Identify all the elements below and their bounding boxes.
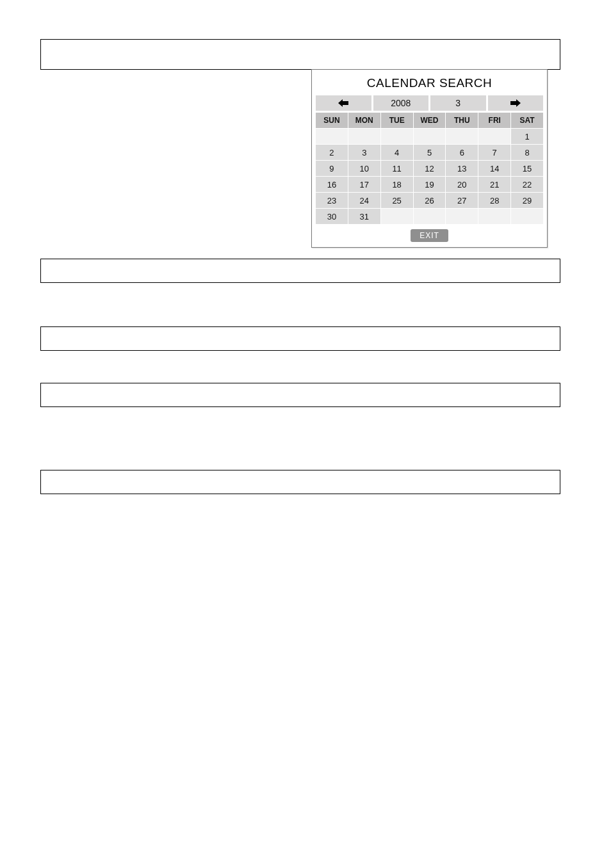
day-cell[interactable]: 10 xyxy=(348,161,380,176)
day-cell-empty xyxy=(446,209,478,224)
dow-cell: FRI xyxy=(478,113,510,128)
day-cell-empty xyxy=(446,129,478,144)
day-cell[interactable]: 30 xyxy=(316,209,348,224)
dow-cell: MON xyxy=(348,113,380,128)
day-cell[interactable]: 26 xyxy=(414,193,446,208)
day-cell[interactable]: 2 xyxy=(316,145,348,160)
content-box-3 xyxy=(40,326,560,351)
dow-cell: WED xyxy=(414,113,446,128)
day-cell[interactable]: 5 xyxy=(414,145,446,160)
day-cell[interactable]: 25 xyxy=(381,193,413,208)
dow-cell: THU xyxy=(446,113,478,128)
day-cell[interactable]: 17 xyxy=(348,177,380,192)
day-cell-empty xyxy=(381,209,413,224)
day-cell[interactable]: 11 xyxy=(381,161,413,176)
content-box-4 xyxy=(40,383,560,407)
day-cell[interactable]: 21 xyxy=(478,177,510,192)
day-cell[interactable]: 24 xyxy=(348,193,380,208)
day-cell-empty xyxy=(478,129,510,144)
day-cell[interactable]: 4 xyxy=(381,145,413,160)
day-cell-empty xyxy=(381,129,413,144)
exit-button[interactable]: EXIT xyxy=(411,229,448,242)
day-cell[interactable]: 9 xyxy=(316,161,348,176)
next-arrow-button[interactable] xyxy=(488,95,544,111)
day-cell[interactable]: 14 xyxy=(478,161,510,176)
arrow-right-icon xyxy=(510,99,521,107)
day-cell[interactable]: 18 xyxy=(381,177,413,192)
day-cell[interactable]: 8 xyxy=(511,145,543,160)
day-cell-empty xyxy=(348,129,380,144)
day-cell[interactable]: 12 xyxy=(414,161,446,176)
day-cell[interactable]: 3 xyxy=(348,145,380,160)
day-cell[interactable]: 6 xyxy=(446,145,478,160)
day-of-week-header: SUNMONTUEWEDTHUFRISAT xyxy=(314,111,544,129)
exit-row: EXIT xyxy=(314,225,544,243)
day-cell[interactable]: 1 xyxy=(511,129,543,144)
day-cell[interactable]: 20 xyxy=(446,177,478,192)
day-cell[interactable]: 19 xyxy=(414,177,446,192)
day-cell[interactable]: 29 xyxy=(511,193,543,208)
content-box-2 xyxy=(40,259,560,283)
day-cell[interactable]: 31 xyxy=(348,209,380,224)
day-cell[interactable]: 7 xyxy=(478,145,510,160)
day-cell[interactable]: 22 xyxy=(511,177,543,192)
year-cell[interactable]: 2008 xyxy=(373,95,429,111)
dow-cell: SUN xyxy=(316,113,348,128)
day-cell-empty xyxy=(316,129,348,144)
calendar-title: CALENDAR SEARCH xyxy=(314,72,544,95)
calendar-day-grid: 1234567891011121314151617181920212223242… xyxy=(314,129,544,225)
day-cell[interactable]: 15 xyxy=(511,161,543,176)
arrow-left-icon xyxy=(338,99,348,107)
day-cell-empty xyxy=(478,209,510,224)
day-cell-empty xyxy=(414,129,446,144)
prev-arrow-button[interactable] xyxy=(316,95,371,111)
content-box-1 xyxy=(40,39,560,70)
calendar-nav-row: 2008 3 xyxy=(314,95,544,111)
day-cell[interactable]: 28 xyxy=(478,193,510,208)
calendar-search-panel: CALENDAR SEARCH 2008 3 SUNMONTUEWEDTHUFR… xyxy=(311,69,548,248)
dow-cell: SAT xyxy=(511,113,543,128)
day-cell[interactable]: 23 xyxy=(316,193,348,208)
day-cell[interactable]: 16 xyxy=(316,177,348,192)
day-cell-empty xyxy=(511,209,543,224)
day-cell[interactable]: 27 xyxy=(446,193,478,208)
dow-cell: TUE xyxy=(381,113,413,128)
month-cell[interactable]: 3 xyxy=(430,95,486,111)
day-cell[interactable]: 13 xyxy=(446,161,478,176)
content-box-5 xyxy=(40,470,560,494)
day-cell-empty xyxy=(414,209,446,224)
